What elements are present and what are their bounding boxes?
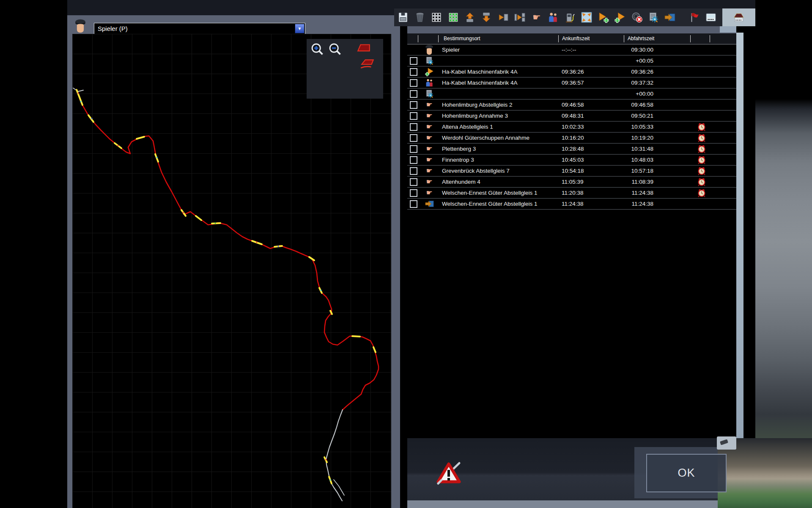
track-plan-red-2-icon[interactable] <box>360 58 375 71</box>
row-checkbox[interactable] <box>410 145 417 153</box>
alarm-clock-icon <box>693 133 710 143</box>
table-row[interactable]: ☛Hohenlimburg Abstellgleis 209:46:5809:4… <box>407 99 736 110</box>
arrival-cell: 11:05:39 <box>562 177 625 187</box>
row-checkbox[interactable] <box>410 101 417 109</box>
depot-icon <box>733 12 744 23</box>
table-row[interactable]: ☛Altena Abstellgleis 110:02:3310:05:33 <box>407 121 736 133</box>
flag-button[interactable] <box>689 11 700 24</box>
people-icon <box>422 77 437 88</box>
row-checkbox-cell <box>409 199 419 209</box>
row-checkbox[interactable] <box>410 134 417 142</box>
header-divider <box>624 35 624 42</box>
header-divider <box>418 35 418 42</box>
properties-button[interactable] <box>648 11 659 24</box>
row-checkbox[interactable] <box>410 68 417 76</box>
header-divider <box>558 35 559 42</box>
table-row[interactable]: ☛Hohenlimburg Annahme 309:48:3109:50:21 <box>407 110 736 121</box>
departure-cell: 10:31:48 <box>624 144 690 154</box>
table-row[interactable]: ☛Plettenberg 310:28:4810:31:48 <box>407 144 736 155</box>
board-icon <box>705 12 716 23</box>
destination-cell: Ha-Kabel Maschinenfabrik 4A <box>442 77 557 88</box>
chevron-down-icon[interactable]: ▼ <box>295 24 304 33</box>
table-row[interactable]: Ha-Kabel Maschinenfabrik 4A09:36:2609:36… <box>407 66 736 77</box>
manual-action-button[interactable]: ☛ <box>531 11 542 24</box>
goto-destination-button[interactable] <box>664 11 675 24</box>
people-icon <box>548 12 559 23</box>
table-row[interactable]: ☛Grevenbrück Abstellgleis 710:54:1810:57… <box>407 166 736 177</box>
table-row[interactable]: Spieler--:--:--09:30:00 <box>407 44 736 55</box>
alarm-clock-icon <box>693 188 710 198</box>
destination-cell <box>442 88 557 99</box>
center-view-button[interactable] <box>581 11 592 24</box>
row-checkbox[interactable] <box>410 200 417 208</box>
alarm-clock-icon <box>693 121 710 132</box>
row-checkbox[interactable] <box>410 167 417 175</box>
resize-grip[interactable] <box>717 436 736 450</box>
table-row[interactable]: +00:05 <box>407 55 736 66</box>
zoom-in-icon[interactable] <box>310 42 324 57</box>
display-board-button[interactable] <box>705 11 716 24</box>
uncouple-button[interactable] <box>514 11 525 24</box>
goto-icon <box>422 199 437 209</box>
move-up-button[interactable] <box>464 11 475 24</box>
row-checkbox-cell <box>409 99 419 110</box>
move-down-button[interactable] <box>481 11 492 24</box>
column-header-arrival: Ankunftszeit <box>562 36 590 41</box>
refuel-button[interactable] <box>565 11 576 24</box>
delete-button[interactable] <box>414 11 425 24</box>
passengers-button[interactable] <box>548 11 559 24</box>
departure-cell: 09:36:26 <box>624 66 690 77</box>
insert-before-button[interactable] <box>614 11 625 24</box>
row-checkbox[interactable] <box>410 79 417 87</box>
alarm-cell-empty <box>693 110 710 121</box>
alarm-clock-icon <box>693 166 710 176</box>
row-checkbox[interactable] <box>410 189 417 197</box>
player-dropdown[interactable]: Spieler (P) ▼ <box>94 23 305 34</box>
remove-train-button[interactable] <box>631 11 642 24</box>
grid-active-button[interactable] <box>447 11 458 24</box>
hand-icon: ☛ <box>422 155 437 165</box>
vertical-scrollbar[interactable] <box>736 33 743 438</box>
background-scene-right <box>755 15 812 508</box>
couple-button[interactable] <box>498 11 509 24</box>
hand-icon: ☛ <box>422 188 437 198</box>
ok-button[interactable]: OK <box>646 454 727 492</box>
destination-cell: Welschen-Ennest Güter Abstellgleis 1 <box>442 199 557 209</box>
destination-cell: Altenhundem 4 <box>442 177 557 187</box>
table-row[interactable]: ☛Werdohl Güterschuppen Annahme10:16:2010… <box>407 133 736 144</box>
insert-after-button[interactable] <box>598 11 609 24</box>
save-button[interactable] <box>398 11 409 24</box>
scrollbar-top-block <box>720 26 736 33</box>
row-checkbox[interactable] <box>410 156 417 164</box>
document-gear-icon <box>648 12 659 23</box>
uncouple-icon <box>514 12 525 23</box>
map-control-panel <box>307 39 383 99</box>
route-polyline <box>72 34 391 508</box>
table-row[interactable]: ☛Finnentrop 310:45:0310:48:03 <box>407 155 736 166</box>
row-checkbox[interactable] <box>410 90 417 98</box>
table-row[interactable]: ☛Altenhundem 411:05:3911:08:39 <box>407 177 736 188</box>
arrival-cell: 11:24:38 <box>562 199 625 209</box>
table-row[interactable]: Ha-Kabel Maschinenfabrik 4A09:36:5709:37… <box>407 77 736 88</box>
row-checkbox[interactable] <box>410 57 417 65</box>
arrival-cell: 10:02:33 <box>562 121 625 132</box>
table-row[interactable]: Welschen-Ennest Güter Abstellgleis 111:2… <box>407 199 736 210</box>
departure-cell: 10:57:18 <box>624 166 690 176</box>
route-map[interactable] <box>72 34 391 508</box>
row-checkbox-cell <box>409 144 419 154</box>
row-checkbox-cell <box>409 88 419 99</box>
depot-button[interactable] <box>722 8 755 26</box>
grid-all-button[interactable] <box>431 11 442 24</box>
flag-icon <box>689 12 700 23</box>
table-row[interactable]: ☛Welschen-Ennest Güter Abstellgleis 111:… <box>407 188 736 199</box>
arrival-cell: 10:28:48 <box>562 144 625 154</box>
alarm-clock-icon <box>693 177 710 187</box>
document-gear-icon <box>422 55 437 66</box>
row-checkbox[interactable] <box>410 112 417 120</box>
track-plan-red-icon[interactable] <box>357 43 371 53</box>
table-row[interactable]: +00:00 <box>407 88 736 99</box>
zoom-out-icon[interactable] <box>328 42 342 57</box>
row-checkbox[interactable] <box>410 178 417 186</box>
row-checkbox[interactable] <box>410 123 417 131</box>
arrival-cell <box>562 55 625 66</box>
